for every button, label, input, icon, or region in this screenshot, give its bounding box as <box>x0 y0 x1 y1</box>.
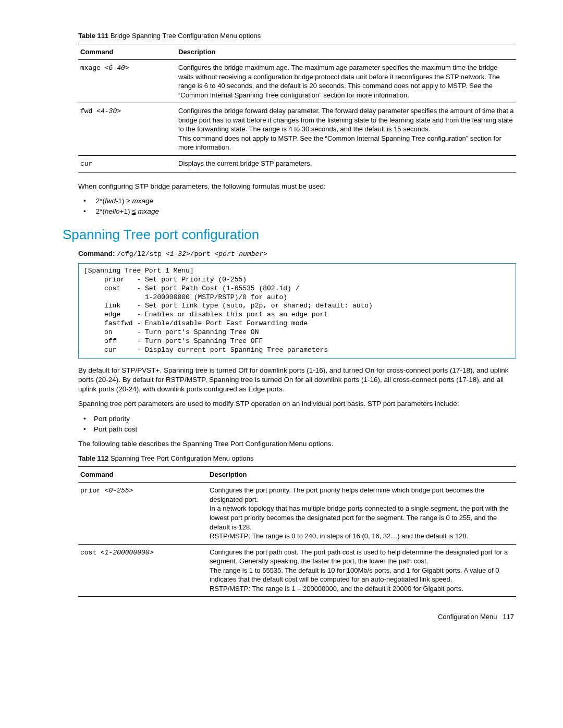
table-111: Command Description mxage <6-40> Configu… <box>78 44 516 172</box>
page-footer: Configuration Menu 117 <box>47 612 516 622</box>
table-row: cur Displays the current bridge STP para… <box>78 156 516 172</box>
table-111-caption: Table 111 Bridge Spanning Tree Configura… <box>78 31 516 41</box>
port-param-list: Port priority Port path cost <box>94 414 516 434</box>
formula-list: 2*(fwd-1) ≥ mxage 2*(hello+1) ≤ mxage <box>94 196 516 216</box>
t112-cmd: prior <0-255> <box>78 483 207 544</box>
t112-header-description: Description <box>207 466 516 483</box>
table-112-label: Table 112 <box>78 454 108 462</box>
table-112: Command Description prior <0-255> Config… <box>78 466 516 597</box>
formula-2: 2*(hello+1) ≤ mxage <box>94 207 516 216</box>
t111-desc: Displays the current bridge STP paramete… <box>176 156 516 172</box>
t112-cmd: cost <1-200000000> <box>78 544 207 597</box>
table-row: cost <1-200000000> Configures the port p… <box>78 544 516 597</box>
t111-desc: Configures the bridge maximum age. The m… <box>176 60 516 103</box>
table-111-label: Table 111 <box>78 32 108 40</box>
t112-header-command: Command <box>78 466 207 483</box>
paragraph-formulas-intro: When configuring STP bridge parameters, … <box>78 182 516 191</box>
t111-desc: Configures the bridge forward delay para… <box>176 103 516 156</box>
table-row: prior <0-255> Configures the port priori… <box>78 483 516 544</box>
menu-output-box: [Spanning Tree Port 1 Menu] prior - Set … <box>78 263 516 359</box>
section-heading: Spanning Tree port configuration <box>63 226 516 244</box>
command-label: Command: <box>78 250 115 257</box>
bullet-port-path-cost: Port path cost <box>94 425 516 434</box>
formula-1: 2*(fwd-1) ≥ mxage <box>94 196 516 206</box>
command-line: Command: /cfg/l2/stp <1-32>/port <port n… <box>78 249 516 259</box>
t111-header-description: Description <box>176 44 516 60</box>
footer-section: Configuration Menu <box>438 613 497 621</box>
table-112-caption: Table 112 Spanning Tree Port Configurati… <box>78 454 516 463</box>
t111-cmd: cur <box>78 156 176 172</box>
t112-desc: Configures the port priority. The port p… <box>207 483 516 544</box>
t111-cmd: fwd <4-30> <box>78 103 176 156</box>
t112-desc: Configures the port path cost. The port … <box>207 544 516 597</box>
bullet-port-priority: Port priority <box>94 414 516 424</box>
table-111-caption-text: Bridge Spanning Tree Configuration Menu … <box>111 32 261 40</box>
table-row: fwd <4-30> Configures the bridge forward… <box>78 103 516 156</box>
table-112-caption-text: Spanning Tree Port Configuration Menu op… <box>111 454 254 462</box>
paragraph-default-behavior: By default for STP/PVST+, Spanning tree … <box>78 366 516 394</box>
t111-header-command: Command <box>78 44 176 60</box>
table-row: mxage <6-40> Configures the bridge maxim… <box>78 60 516 103</box>
paragraph-table-intro: The following table describes the Spanni… <box>78 439 516 449</box>
t111-cmd: mxage <6-40> <box>78 60 176 103</box>
paragraph-port-params: Spanning tree port parameters are used t… <box>78 399 516 409</box>
footer-page-number: 117 <box>503 613 514 621</box>
